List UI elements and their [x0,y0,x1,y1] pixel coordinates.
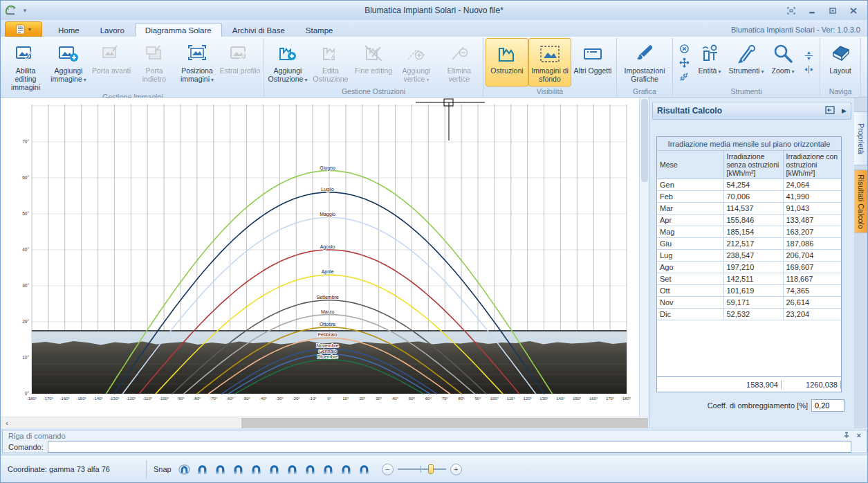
main-area: 0°10°20°30°40°50°60°70°GiugnoLuglioMaggi… [1,98,867,428]
svg-text:150°: 150° [573,397,582,401]
column-header-con-ostruzioni[interactable]: Irradiazione con ostruzioni [kWh/m²] [783,151,841,179]
table-row[interactable]: Giu212,517187,086 [657,238,841,250]
svg-text:Dicembre: Dicembre [317,354,338,359]
table-cell: 52,532 [723,309,783,320]
table-cell: Ott [657,285,723,297]
svg-text:70°: 70° [22,139,29,144]
svg-text:Marzo: Marzo [321,309,335,314]
pin-icon[interactable] [843,432,850,440]
scroll-left-icon[interactable]: ‹ [1,419,13,427]
solar-diagram-chart[interactable]: 0°10°20°30°40°50°60°70°GiugnoLuglioMaggi… [1,98,639,417]
maximize-button[interactable] [827,6,838,15]
column-header-senza-ostruzioni[interactable]: Irradiazione senza ostruzioni [kWh/m²] [723,151,783,179]
table-row[interactable]: Set142,511118,667 [657,273,841,285]
tab-proprieta[interactable]: Proprietà [854,111,868,165]
expand-panel-icon[interactable]: ▶ [842,107,847,114]
wrench-icon [735,42,757,66]
svg-text:80°: 80° [459,397,465,401]
vertical-scrollbar[interactable] [639,98,649,417]
impostazioni-grafiche-button[interactable]: Impostazioni Grafiche [619,38,670,86]
svg-text:90°: 90° [474,397,481,401]
tab-home[interactable]: Home [48,23,90,37]
horizontal-scrollbar[interactable]: ‹ [1,417,649,428]
aggiungi-immagine-button[interactable]: Aggiungi immagine▾ [47,38,90,92]
table-row[interactable]: Apr155,846133,487 [657,215,841,226]
table-cell: 54,254 [723,179,783,191]
table-row[interactable]: Mag185,154163,207 [657,226,841,238]
horizontal-scrollbar-thumb[interactable] [241,418,648,428]
table-row[interactable]: Mar114,53791,043 [657,203,841,215]
table-row[interactable]: Ott101,61974,365 [657,285,841,297]
split-horizontal-icon[interactable] [802,50,815,61]
table-row[interactable]: Nov59,17126,614 [657,297,841,309]
zoom-out-button[interactable]: − [382,464,394,475]
svg-text:30°: 30° [376,397,382,401]
immagini-di-sfondo-toggle-button[interactable]: Immagini di sfondo [528,38,571,86]
ostruzioni-toggle-button[interactable]: Ostruzioni [486,38,528,86]
background-images-icon [539,42,561,66]
layout-button[interactable]: Layout [822,38,858,86]
table-row[interactable]: Gen54,25424,064 [657,179,841,191]
hatch-icon[interactable] [678,71,690,82]
zoom-slider[interactable] [398,464,446,474]
zoom-slider-handle[interactable] [428,464,434,474]
snap-midpoint-button[interactable] [213,462,228,477]
snap-toggle-button[interactable] [177,462,192,477]
group-naviga: Layout Naviga [820,38,861,97]
aggiungi-ostruzione-button[interactable]: Aggiungi Ostruzione▾ [266,38,309,86]
fullscreen-button[interactable] [786,6,797,15]
command-input[interactable] [48,441,851,453]
snap-nearest-button[interactable] [357,462,372,477]
posiziona-immagini-button[interactable]: Posiziona immagini▾ [176,38,219,92]
close-button[interactable] [848,6,859,15]
snap-node-button[interactable] [231,462,246,477]
paintbrush-icon [634,42,656,66]
svg-text:10°: 10° [342,397,349,401]
snap-perpendicular-button[interactable] [267,462,282,477]
abilita-editing-immagini-button[interactable]: Abilita editing immagini [4,38,47,92]
svg-text:Luglio: Luglio [321,187,334,192]
svg-text:Settembre: Settembre [316,295,338,300]
svg-text:-120°: -120° [126,397,136,401]
snap-quadrant-button[interactable] [321,462,336,477]
group-label: Visibilità [486,86,614,97]
group-visibilita: Ostruzioni Immagini di sfondo Altri Ogge… [483,38,617,97]
altri-oggetti-button[interactable]: Altri Oggetti [571,38,614,86]
table-row[interactable]: Dic52,53223,204 [657,309,841,320]
table-row[interactable]: Lug238,547206,704 [657,250,841,262]
command-prompt-label: Comando: [8,443,44,451]
table-row[interactable]: Ago197,210169,607 [657,262,841,273]
results-panel-header: Risultati Calcolo ▶ [652,102,851,120]
delete-object-icon[interactable] [678,43,690,54]
tab-stampe[interactable]: Stampe [295,23,344,37]
tab-lavoro[interactable]: Lavoro [90,23,135,37]
snap-intersection-button[interactable] [249,462,264,477]
drawing-canvas[interactable]: 0°10°20°30°40°50°60°70°GiugnoLuglioMaggi… [1,98,639,428]
close-panel-icon[interactable]: × [857,432,861,440]
command-panel: Riga di comando × Comando: [2,430,867,453]
snap-endpoint-button[interactable] [195,462,210,477]
split-vertical-icon[interactable] [802,64,815,75]
vertical-scrollbar-thumb[interactable] [641,99,648,182]
entita-button[interactable]: Entità▾ [693,38,726,86]
snap-center-button[interactable] [339,462,354,477]
shading-coefficient-label: Coeff. di ombreggiamento [%] [708,401,808,410]
column-header-mese[interactable]: Mese [657,151,723,179]
zoom-button[interactable]: Zoom▾ [766,38,800,86]
dock-panel-icon[interactable] [825,106,835,116]
shading-coefficient-input[interactable] [811,399,844,412]
snap-insertion-button[interactable] [303,462,318,477]
tab-diagramma-solare[interactable]: Diagramma Solare [135,23,222,37]
command-panel-title: Riga di comando [8,432,66,440]
application-menu-button[interactable]: ▾ [5,21,42,37]
table-row[interactable]: Feb70,00641,990 [657,191,841,203]
strumenti-button[interactable]: Strumenti▾ [726,38,766,86]
shading-coefficient-row: Coeff. di ombreggiamento [%] [649,399,854,412]
snap-vertical-button[interactable] [285,462,300,477]
tab-risultati-calcolo[interactable]: Risultati Calcolo [854,170,868,233]
minimize-button[interactable] [806,6,818,15]
zoom-in-button[interactable]: + [450,464,462,475]
move-icon[interactable] [678,57,690,68]
table-cell: 74,365 [783,285,841,297]
tab-archivi-di-base[interactable]: Archivi di Base [222,23,295,37]
